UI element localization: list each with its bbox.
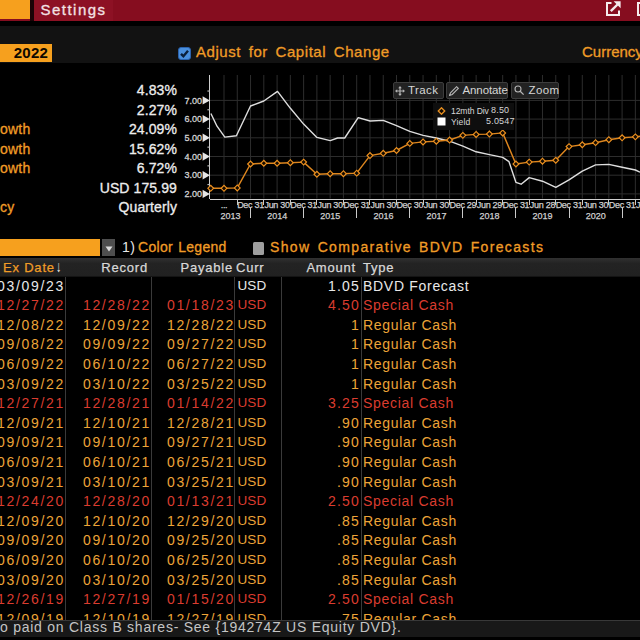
svg-text:2015: 2015 xyxy=(320,211,340,221)
svg-text:...: ... xyxy=(221,200,228,210)
svg-text:Jun 30: Jun 30 xyxy=(583,200,609,210)
svg-text:4.00: 4.00 xyxy=(184,152,202,162)
svg-text:7.00: 7.00 xyxy=(184,96,202,106)
svg-text:2016: 2016 xyxy=(373,211,393,221)
svg-text:2020: 2020 xyxy=(586,211,606,221)
svg-text:2019: 2019 xyxy=(533,211,553,221)
svg-text:Jun 30: Jun 30 xyxy=(636,200,640,210)
svg-text:2018: 2018 xyxy=(479,211,499,221)
svg-text:3.00: 3.00 xyxy=(184,170,202,180)
svg-text:Jun 30: Jun 30 xyxy=(318,200,344,210)
svg-text:6.00: 6.00 xyxy=(184,114,202,124)
svg-text:2017: 2017 xyxy=(426,211,446,221)
svg-text:Jun 30: Jun 30 xyxy=(264,200,290,210)
svg-text:Jun 30: Jun 30 xyxy=(424,200,450,210)
svg-text:2.00: 2.00 xyxy=(184,189,202,199)
svg-text:2014: 2014 xyxy=(267,211,287,221)
svg-text:Jun 28: Jun 28 xyxy=(530,200,556,210)
svg-text:5.00: 5.00 xyxy=(184,133,202,143)
svg-text:2013: 2013 xyxy=(220,211,240,221)
svg-text:Jun 29: Jun 29 xyxy=(477,200,503,210)
svg-text:Jun 30: Jun 30 xyxy=(371,200,397,210)
